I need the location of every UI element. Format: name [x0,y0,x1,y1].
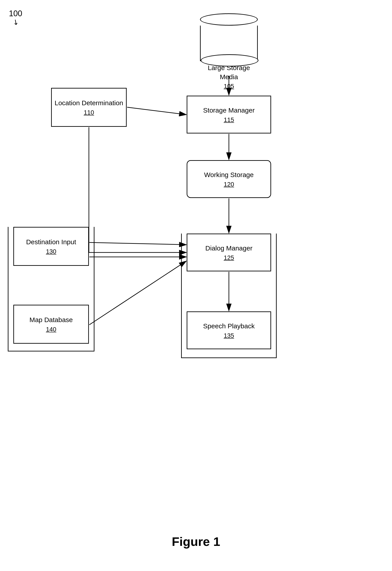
working-storage-label: Working Storage [204,170,254,179]
arrow-location-to-dialog [89,127,186,252]
ref-arrow: ↘ [11,17,21,27]
cylinder-shape [200,13,258,61]
cylinder-top [200,13,258,26]
working-storage-number: 120 [224,181,234,188]
storage-manager-label: Storage Manager [203,106,255,115]
bracket-right [181,234,277,358]
storage-manager-number: 115 [224,116,234,123]
working-storage-box: Working Storage 120 [187,160,271,198]
cylinder-bottom [201,54,258,67]
location-determination-box: Location Determination 110 [51,88,127,127]
arrow-map-to-dialog [89,261,186,325]
location-determination-label: Location Determination [55,99,123,107]
figure-label: Figure 1 [0,534,392,549]
location-determination-number: 110 [84,109,94,116]
diagram-container: 100 ↘ Large StorageMedia 105 Storage Man… [0,0,392,571]
arrow-location-to-storage [127,107,186,115]
bracket-left [8,227,95,351]
large-storage-media-node: Large StorageMedia 105 [200,13,258,90]
large-storage-number: 105 [224,83,234,90]
arrow-dest-to-dialog-upper [89,242,186,245]
storage-manager-box: Storage Manager 115 [187,96,271,133]
cylinder-body [200,26,258,61]
